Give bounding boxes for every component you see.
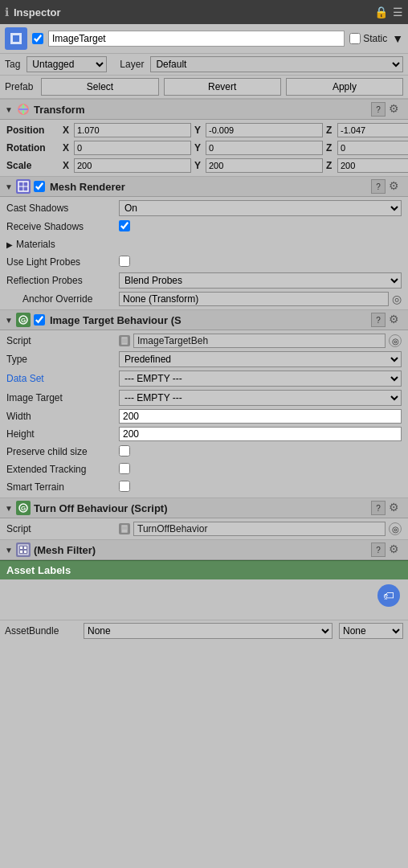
- mesh-filter-chevron[interactable]: ▼: [5, 546, 13, 555]
- asset-bundle-select[interactable]: None: [84, 623, 333, 639]
- script-target-button[interactable]: ◎: [389, 334, 402, 347]
- mesh-filter-help-button[interactable]: ?: [371, 542, 386, 557]
- transform-chevron[interactable]: ▼: [5, 105, 13, 114]
- position-y-input[interactable]: [206, 123, 323, 137]
- turn-off-script-file-icon: [119, 523, 130, 534]
- turn-off-body: Script TurnOffBehavior ◎: [0, 518, 408, 539]
- sx-axis-label: X: [63, 160, 72, 171]
- mesh-filter-icon: [16, 542, 31, 557]
- tag-label: Tag: [5, 59, 20, 70]
- image-target-chevron[interactable]: ▼: [5, 316, 13, 325]
- mesh-renderer-section-header: ▼ Mesh Renderer ? ⚙: [0, 176, 408, 197]
- rotation-z-input[interactable]: [337, 141, 408, 155]
- object-active-checkbox[interactable]: [32, 33, 43, 44]
- image-target-enabled-checkbox[interactable]: [34, 314, 45, 326]
- extended-tracking-checkbox[interactable]: [119, 463, 130, 474]
- preserve-child-checkbox[interactable]: [119, 445, 130, 457]
- turn-off-title: Turn Off Behaviour (Script): [34, 502, 368, 514]
- lock-icon[interactable]: 🔒: [374, 6, 388, 18]
- scale-y-field: Y: [194, 158, 323, 173]
- layer-select[interactable]: Default: [150, 56, 403, 72]
- prefab-apply-button[interactable]: Apply: [286, 78, 403, 96]
- mesh-filter-gear-button[interactable]: ⚙: [389, 542, 403, 557]
- turn-off-gear-button[interactable]: ⚙: [389, 501, 403, 515]
- svg-rect-21: [24, 547, 27, 549]
- image-target-section-header: ▼ G Image Target Behaviour (S ? ⚙: [0, 309, 408, 330]
- anchor-override-label: Anchor Override: [6, 293, 119, 305]
- turn-off-script-target-button[interactable]: ◎: [389, 522, 402, 535]
- rotation-x-field: X: [63, 141, 191, 155]
- scale-label: Scale: [6, 160, 63, 171]
- mesh-filter-section-header: ▼ (Mesh Filter) ? ⚙: [0, 539, 408, 560]
- smart-terrain-checkbox[interactable]: [119, 481, 130, 492]
- sy-axis-label: Y: [194, 160, 204, 171]
- rotation-x-input[interactable]: [74, 141, 191, 155]
- image-target-label: Image Target: [6, 392, 119, 403]
- reflection-probes-label: Reflection Probes: [6, 275, 119, 286]
- height-label: Height: [6, 428, 119, 440]
- preserve-child-row: Preserve child size: [0, 443, 408, 461]
- prefab-label: Prefab: [5, 81, 33, 92]
- mesh-renderer-chevron[interactable]: ▼: [5, 182, 13, 191]
- static-dropdown-arrow[interactable]: ▼: [392, 32, 403, 45]
- prefab-select-button[interactable]: Select: [41, 78, 158, 96]
- anchor-override-target-icon[interactable]: ◎: [392, 293, 402, 305]
- height-input[interactable]: [119, 427, 402, 441]
- mesh-renderer-enabled-checkbox[interactable]: [34, 181, 45, 192]
- object-name-input[interactable]: [48, 31, 345, 47]
- tag-select[interactable]: Untagged: [27, 56, 107, 72]
- cast-shadows-label: Cast Shadows: [6, 203, 119, 214]
- cast-shadows-row: Cast Shadows On: [0, 199, 408, 218]
- transform-gear-button[interactable]: ⚙: [389, 102, 403, 117]
- turn-off-help-button[interactable]: ?: [371, 501, 386, 515]
- anchor-override-input[interactable]: [119, 292, 389, 306]
- turn-off-section-header: ▼ G Turn Off Behaviour (Script) ? ⚙: [0, 497, 408, 518]
- script-value: ImageTargetBeh: [133, 334, 386, 348]
- position-x-input[interactable]: [74, 123, 191, 137]
- image-target-help-button[interactable]: ?: [371, 313, 386, 327]
- transform-help-button[interactable]: ?: [371, 102, 386, 117]
- cast-shadows-select[interactable]: On: [119, 200, 402, 216]
- scale-x-input[interactable]: [74, 158, 191, 173]
- prefab-revert-button[interactable]: Revert: [164, 78, 281, 96]
- scale-y-input[interactable]: [206, 158, 323, 173]
- svg-rect-19: [18, 545, 28, 555]
- rx-axis-label: X: [63, 142, 72, 154]
- mesh-filter-title: (Mesh Filter): [34, 544, 368, 556]
- use-light-probes-checkbox[interactable]: [119, 256, 130, 267]
- smart-terrain-label: Smart Terrain: [6, 481, 119, 493]
- image-target-select[interactable]: --- EMPTY ---: [119, 390, 402, 406]
- transform-body: Position X Y Z Rotation X Y: [0, 120, 408, 176]
- turn-off-chevron[interactable]: ▼: [5, 504, 13, 513]
- mesh-renderer-icon: [16, 179, 31, 194]
- data-set-select[interactable]: --- EMPTY ---: [119, 371, 402, 387]
- materials-expand-icon[interactable]: ▶: [6, 240, 13, 249]
- static-checkbox[interactable]: [349, 33, 361, 44]
- scale-z-input[interactable]: [337, 158, 408, 173]
- tag-layer-row: Tag Untagged Layer Default: [0, 54, 408, 76]
- receive-shadows-checkbox[interactable]: [119, 220, 130, 231]
- rotation-y-input[interactable]: [206, 141, 323, 155]
- position-z-input[interactable]: [337, 123, 408, 137]
- extended-tracking-row: Extended Tracking: [0, 461, 408, 478]
- reflection-probes-select[interactable]: Blend Probes: [119, 272, 402, 289]
- mesh-renderer-body: Cast Shadows On Receive Shadows ▶ Materi…: [0, 197, 408, 309]
- image-target-body: Script ImageTargetBeh ◎ Type Predefined …: [0, 330, 408, 497]
- data-set-row: Data Set --- EMPTY ---: [0, 369, 408, 388]
- asset-bundle-variant-select[interactable]: None: [339, 623, 403, 639]
- image-target-gear-button[interactable]: ⚙: [389, 313, 403, 327]
- script-file-icon: [119, 335, 130, 346]
- width-input[interactable]: [119, 409, 402, 424]
- svg-rect-20: [20, 547, 22, 549]
- image-target-icon: G: [16, 313, 31, 327]
- transform-icon: [16, 102, 31, 117]
- object-row: Static ▼: [0, 24, 408, 54]
- mesh-renderer-help-button[interactable]: ?: [371, 179, 386, 194]
- type-select[interactable]: Predefined: [119, 351, 402, 367]
- sz-axis-label: Z: [326, 160, 336, 171]
- add-label-button[interactable]: 🏷: [377, 584, 400, 607]
- reflection-probes-row: Reflection Probes Blend Probes: [0, 271, 408, 290]
- menu-icon[interactable]: ☰: [393, 6, 403, 18]
- mesh-renderer-gear-button[interactable]: ⚙: [389, 179, 403, 194]
- svg-rect-1: [13, 35, 19, 42]
